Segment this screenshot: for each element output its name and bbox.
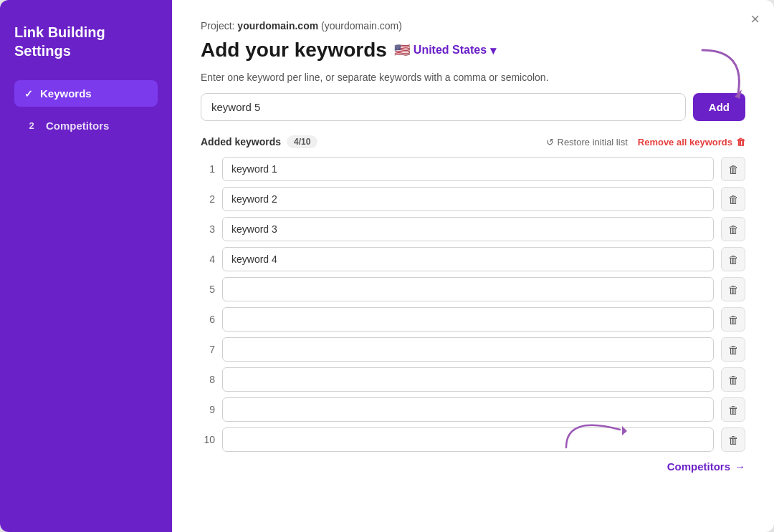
added-keywords-text: Added keywords [201,136,281,147]
sidebar: Link BuildingSettings ✓ Keywords 2 Compe… [0,0,172,532]
sidebar-title: Link BuildingSettings [14,23,158,60]
add-button[interactable]: Add [693,93,745,121]
country-label: United States [414,44,487,57]
trash-icon: 🗑 [728,434,739,446]
row-number: 4 [201,253,215,265]
keyword-row-input-1[interactable] [222,157,714,181]
row-number: 9 [201,404,215,415]
arrow-right-icon: → [735,460,745,473]
keyword-row-input-9[interactable] [222,397,714,422]
delete-keyword-button-7[interactable]: 🗑 [721,337,745,362]
sidebar-item-keywords-label: Keywords [40,87,92,100]
row-number: 3 [201,223,215,235]
keyword-row-input-7[interactable] [222,337,714,362]
delete-keyword-button-9[interactable]: 🗑 [721,397,745,422]
keyword-row: 1🗑 [201,157,745,181]
trash-icon: 🗑 [728,404,739,416]
keyword-row: 3🗑 [201,217,745,241]
row-number: 10 [201,434,215,445]
sidebar-item-competitors[interactable]: 2 Competitors [14,111,158,140]
trash-icon: 🗑 [736,137,745,147]
row-number: 5 [201,284,215,295]
row-number: 8 [201,374,215,385]
row-number: 7 [201,344,215,355]
flag-icon: 🇺🇸 [394,42,410,58]
count-badge: 4/10 [287,135,317,148]
main-content: × Project: yourdomain.com (yourdomain.co… [172,0,774,532]
keyword-row: 4🗑 [201,247,745,271]
delete-keyword-button-4[interactable]: 🗑 [721,247,745,271]
keyword-row: 7🗑 [201,337,745,362]
trash-icon: 🗑 [728,163,739,175]
keyword-row-input-6[interactable] [222,307,714,332]
trash-icon: 🗑 [728,314,739,326]
page-title-text: Add your keywords [201,39,387,62]
remove-all-label: Remove all keywords [638,137,732,147]
sidebar-item-competitors-label: Competitors [46,120,109,132]
keywords-actions: ↺ Restore initial list Remove all keywor… [546,137,746,147]
trash-icon: 🗑 [728,193,739,205]
row-number: 2 [201,193,215,205]
page-title-row: Add your keywords 🇺🇸 United States ▾ [201,39,745,62]
project-label: Project: yourdomain.com (yourdomain.com) [201,20,745,32]
keyword-row-input-3[interactable] [222,217,714,241]
keywords-list: 1🗑2🗑3🗑4🗑5🗑6🗑7🗑8🗑9🗑10🗑 [201,157,745,452]
delete-keyword-button-6[interactable]: 🗑 [721,307,745,332]
delete-keyword-button-1[interactable]: 🗑 [721,157,745,181]
keyword-row: 9🗑 [201,397,745,422]
keyword-input[interactable] [201,93,686,121]
restore-initial-list-button[interactable]: ↺ Restore initial list [546,137,628,147]
keyword-input-row: Add [201,93,745,121]
trash-icon: 🗑 [728,284,739,296]
step-number: 2 [24,118,39,132]
trash-icon: 🗑 [728,374,739,386]
delete-keyword-button-2[interactable]: 🗑 [721,187,745,211]
delete-keyword-button-5[interactable]: 🗑 [721,277,745,301]
delete-keyword-button-8[interactable]: 🗑 [721,367,745,392]
delete-keyword-button-3[interactable]: 🗑 [721,217,745,241]
country-selector[interactable]: 🇺🇸 United States ▾ [394,42,496,58]
keyword-row-input-8[interactable] [222,367,714,392]
row-number: 1 [201,163,215,175]
keywords-header: Added keywords 4/10 ↺ Restore initial li… [201,135,745,148]
close-button[interactable]: × [750,11,760,27]
keyword-row: 6🗑 [201,307,745,332]
trash-icon: 🗑 [728,223,739,236]
project-url: (yourdomain.com) [321,20,402,32]
trash-icon: 🗑 [728,253,739,266]
keyword-row-input-10[interactable] [222,427,714,452]
keyword-row-input-2[interactable] [222,187,714,211]
restore-icon: ↺ [546,137,554,147]
keyword-row-input-4[interactable] [222,247,714,271]
trash-icon: 🗑 [728,344,739,356]
project-domain: yourdomain.com [237,20,318,32]
keyword-row-input-5[interactable] [222,277,714,301]
instruction-text: Enter one keyword per line, or separate … [201,72,745,83]
row-number: 6 [201,314,215,325]
competitors-label: Competitors [667,460,730,473]
chevron-down-icon: ▾ [490,44,496,57]
keyword-row: 5🗑 [201,277,745,301]
bottom-nav: Competitors → [201,460,745,473]
keywords-label: Added keywords 4/10 [201,135,317,148]
keyword-row: 10🗑 [201,427,745,452]
competitors-button[interactable]: Competitors → [667,460,745,473]
keyword-row: 2🗑 [201,187,745,211]
restore-label: Restore initial list [558,137,628,147]
check-icon: ✓ [24,88,33,100]
sidebar-item-keywords[interactable]: ✓ Keywords [14,80,158,107]
remove-all-keywords-button[interactable]: Remove all keywords 🗑 [638,137,745,147]
keyword-row: 8🗑 [201,367,745,392]
delete-keyword-button-10[interactable]: 🗑 [721,427,745,452]
